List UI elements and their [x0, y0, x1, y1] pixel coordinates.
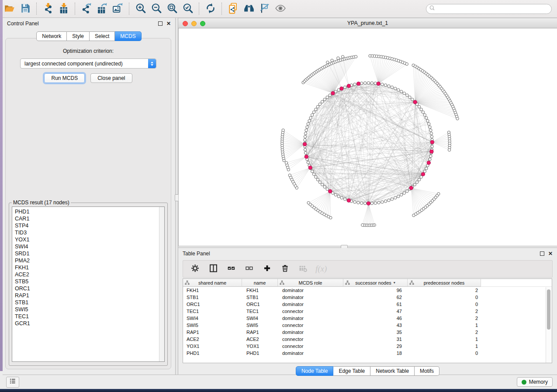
close-table-panel-icon[interactable]: ✕	[548, 251, 553, 256]
table-toolbar: f(x)	[183, 260, 553, 278]
open-button[interactable]	[2, 2, 17, 16]
export-table-button[interactable]	[94, 2, 110, 16]
table-row[interactable]: YOX1YOX1connector291	[183, 343, 552, 350]
zoom-out-button[interactable]	[149, 2, 164, 16]
mcds-node-item[interactable]: FKH1	[15, 264, 164, 271]
mcds-result-list[interactable]: PHD1CAR1STP4TID3YOX1SWI4SRD1PMA2FKH1ACE2…	[12, 206, 165, 362]
memory-status-icon	[522, 380, 526, 385]
tab-network[interactable]: Network	[36, 31, 67, 41]
table-row[interactable]: SWI4SWI4dominator462	[183, 315, 552, 322]
column-header-MCDS-role[interactable]: MCDS role	[278, 279, 343, 287]
memory-button[interactable]: Memory	[517, 377, 553, 387]
zoom-out-icon	[151, 3, 162, 15]
network-search-input[interactable]	[437, 4, 551, 13]
column-header-predecessor-nodes[interactable]: predecessor nodes	[408, 279, 481, 287]
vertical-splitter[interactable]	[175, 18, 178, 375]
save-button[interactable]	[17, 2, 33, 16]
import-network-button[interactable]	[40, 2, 56, 16]
table-row[interactable]: ORC1ORC1dominator610	[183, 301, 552, 308]
table-tab-node-table[interactable]: Node Table	[296, 366, 334, 376]
table-scrollbar[interactable]	[546, 287, 552, 363]
float-table-panel-icon[interactable]	[540, 251, 544, 256]
export-network-button[interactable]	[79, 2, 94, 16]
criterion-dropdown[interactable]: largest connected component (undirected)	[20, 58, 156, 69]
cell-predecessor-nodes: 2	[408, 288, 481, 293]
column-header-name[interactable]: name	[242, 279, 278, 287]
mcds-node-item[interactable]: TEC1	[15, 313, 164, 320]
search-network-icon	[243, 3, 255, 15]
zoom-selected-button[interactable]	[180, 2, 196, 16]
tab-mcds[interactable]: MCDS	[115, 31, 141, 41]
level-of-detail-icon	[275, 3, 286, 15]
mcds-node-item[interactable]: SRD1	[15, 250, 164, 257]
mcds-node-item[interactable]: STB5	[15, 278, 164, 285]
apply-layout-button[interactable]	[203, 2, 218, 16]
table-row[interactable]: PHD1PHD1dominator180	[183, 350, 552, 357]
toolbar-separator	[75, 3, 76, 15]
zoom-fit-button[interactable]	[164, 2, 180, 16]
cell-successor-nodes: 43	[343, 323, 408, 328]
network-canvas[interactable]	[178, 28, 557, 246]
mcds-result-scrollbar[interactable]	[159, 207, 164, 361]
column-header-shared-name[interactable]: shared name	[183, 279, 242, 287]
mcds-node-item[interactable]: PHD1	[15, 208, 164, 215]
mcds-node-item[interactable]: RAP1	[15, 292, 164, 299]
mcds-node-item[interactable]: SWI5	[15, 306, 164, 313]
cell-shared-name: RAP1	[183, 330, 242, 335]
mcds-node-item[interactable]: STP4	[15, 222, 164, 229]
mcds-node-item[interactable]: YOX1	[15, 236, 164, 243]
search-network-button[interactable]	[241, 2, 257, 16]
mcds-node-item[interactable]: STB1	[15, 299, 164, 306]
new-network-from-selection-button[interactable]	[225, 2, 241, 16]
column-header-successor-nodes[interactable]: successor nodes▾	[343, 279, 408, 287]
zoom-in-icon	[135, 3, 146, 15]
table-tab-motifs[interactable]: Motifs	[415, 366, 439, 376]
tab-select[interactable]: Select	[90, 31, 115, 41]
cell-name: SWI4	[242, 316, 278, 321]
table-row[interactable]: SWI5SWI5connector431	[183, 322, 552, 329]
table-scrollbar-thumb[interactable]	[547, 289, 550, 330]
zoom-window-button[interactable]	[200, 21, 205, 26]
close-panel-icon[interactable]: ✕	[166, 21, 171, 26]
run-mcds-button[interactable]: Run MCDS	[44, 73, 85, 83]
delete-button[interactable]	[280, 264, 290, 274]
cell-predecessor-nodes: 1	[408, 323, 481, 328]
import-table-button[interactable]	[56, 2, 72, 16]
close-panel-button[interactable]: Close panel	[90, 73, 132, 83]
zoom-in-button[interactable]	[133, 2, 149, 16]
mcds-node-item[interactable]: TID3	[15, 229, 164, 236]
table-row[interactable]: ACE2ACE2connector311	[183, 336, 552, 343]
mcds-result-group: MCDS result (17 nodes) PHD1CAR1STP4TID3Y…	[9, 199, 168, 366]
table-row[interactable]: STB1STB1dominator620	[183, 294, 552, 301]
add-button[interactable]	[262, 264, 272, 274]
columns-button[interactable]	[208, 264, 218, 274]
export-image-button[interactable]	[110, 2, 126, 16]
select-all-button[interactable]	[226, 264, 236, 274]
table-row[interactable]: FKH1FKH1dominator962	[183, 287, 552, 294]
level-of-detail-button[interactable]	[273, 2, 288, 16]
cell-predecessor-nodes: 2	[408, 316, 481, 321]
mcds-node-item[interactable]: SWI4	[15, 243, 164, 250]
close-window-button[interactable]	[183, 21, 188, 26]
mcds-node-item[interactable]: PMA2	[15, 257, 164, 264]
minimize-window-button[interactable]	[191, 21, 197, 26]
mcds-node-item[interactable]: CAR1	[15, 215, 164, 222]
table-row[interactable]: TEC1TEC1connector472	[183, 308, 552, 315]
graphics-details-button[interactable]	[257, 2, 273, 16]
gear-button[interactable]	[190, 264, 201, 274]
mcds-node-item[interactable]: ORC1	[15, 285, 164, 292]
task-history-button[interactable]	[6, 377, 19, 388]
float-panel-icon[interactable]	[158, 21, 163, 26]
memory-label: Memory	[529, 379, 548, 385]
cell-predecessor-nodes: 2	[408, 330, 481, 335]
deselect-all-button[interactable]	[244, 264, 254, 274]
tab-style[interactable]: Style	[67, 31, 90, 41]
network-window-titlebar[interactable]: YPA_prune.txt_1	[178, 18, 557, 28]
table-row[interactable]: RAP1RAP1dominator352	[183, 329, 552, 336]
mcds-node-item[interactable]: ACE2	[15, 271, 164, 278]
table-tab-edge-table[interactable]: Edge Table	[333, 366, 370, 376]
new-network-from-selection-icon	[228, 3, 239, 15]
table-tab-network-table[interactable]: Network Table	[370, 366, 415, 376]
cell-successor-nodes: 62	[343, 295, 408, 300]
mcds-node-item[interactable]: GCR1	[15, 320, 164, 327]
